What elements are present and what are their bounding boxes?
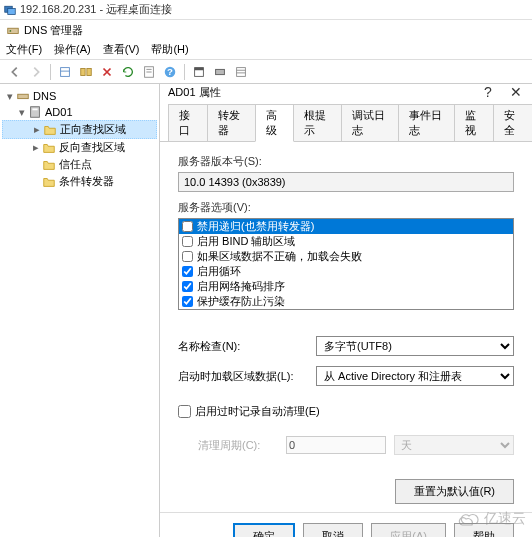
tab-debug[interactable]: 调试日志 <box>341 104 399 141</box>
tb-btn-5[interactable] <box>190 63 208 81</box>
option-checkbox[interactable] <box>182 266 193 277</box>
toolbar: ? <box>0 60 532 84</box>
tb-btn-props[interactable] <box>140 63 158 81</box>
svg-rect-1 <box>8 8 16 14</box>
expander-icon[interactable]: ▾ <box>16 106 28 119</box>
menu-file[interactable]: 文件(F) <box>6 42 42 57</box>
option-label: 保护缓存防止污染 <box>197 294 285 309</box>
tab-hints[interactable]: 根提示 <box>293 104 342 141</box>
app-header: DNS 管理器 <box>0 20 532 40</box>
tb-btn-2[interactable] <box>77 63 95 81</box>
cleanup-period-label: 清理周期(C): <box>198 438 278 453</box>
apply-button[interactable]: 应用(A) <box>371 523 446 537</box>
nav-fwd-button[interactable] <box>27 63 45 81</box>
tab-strip: 接口 转发器 高级 根提示 调试日志 事件日志 监视 安全 <box>160 104 532 142</box>
tree-server[interactable]: ▾ AD01 <box>2 104 157 120</box>
tb-btn-refresh[interactable] <box>119 63 137 81</box>
expander-icon[interactable]: ▸ <box>31 123 43 136</box>
auto-cleanup-label: 启用过时记录自动清理(E) <box>195 404 320 419</box>
menu-view[interactable]: 查看(V) <box>103 42 140 57</box>
tab-event[interactable]: 事件日志 <box>398 104 456 141</box>
dialog-title: AD01 属性 <box>168 85 221 100</box>
separator <box>50 64 51 80</box>
tree-label: DNS <box>33 90 56 102</box>
svg-point-3 <box>10 30 12 32</box>
dns-icon <box>16 89 30 103</box>
list-item[interactable]: 禁用递归(也禁用转发器) <box>179 219 513 234</box>
expander-icon[interactable]: ▾ <box>4 90 16 103</box>
list-item[interactable]: 启用循环 <box>179 264 513 279</box>
cloud-icon <box>457 507 481 531</box>
list-item[interactable]: 启用网络掩码排序 <box>179 279 513 294</box>
folder-icon <box>42 175 56 189</box>
option-label: 如果区域数据不正确，加载会失败 <box>197 249 362 264</box>
tree-trust[interactable]: 信任点 <box>2 156 157 173</box>
tree-cond-fwd[interactable]: 条件转发器 <box>2 173 157 190</box>
ok-button[interactable]: 确定 <box>233 523 295 537</box>
tree-fwd-zone[interactable]: ▸ 正向查找区域 <box>2 120 157 139</box>
folder-icon <box>42 141 56 155</box>
option-label: 启用 BIND 辅助区域 <box>197 234 295 249</box>
options-listbox[interactable]: 禁用递归(也禁用转发器) 启用 BIND 辅助区域 如果区域数据不正确，加载会失… <box>178 218 514 310</box>
menu-bar: 文件(F) 操作(A) 查看(V) 帮助(H) <box>0 40 532 60</box>
folder-icon <box>43 123 57 137</box>
list-item[interactable]: 如果区域数据不正确，加载会失败 <box>179 249 513 264</box>
cancel-button[interactable]: 取消 <box>303 523 363 537</box>
svg-rect-2 <box>8 28 19 33</box>
tb-btn-delete[interactable] <box>98 63 116 81</box>
tree-label: 反向查找区域 <box>59 140 125 155</box>
tb-btn-6[interactable] <box>211 63 229 81</box>
name-check-select[interactable]: 多字节(UTF8) <box>316 336 514 356</box>
load-zone-row: 启动时加载区域数据(L): 从 Active Directory 和注册表 <box>178 366 514 386</box>
version-label: 服务器版本号(S): <box>178 154 514 169</box>
option-checkbox[interactable] <box>182 251 193 262</box>
tb-btn-help[interactable]: ? <box>161 63 179 81</box>
option-checkbox[interactable] <box>182 236 193 247</box>
load-zone-select[interactable]: 从 Active Directory 和注册表 <box>316 366 514 386</box>
load-zone-label: 启动时加载区域数据(L): <box>178 369 308 384</box>
option-checkbox[interactable] <box>182 221 193 232</box>
dialog-help-button[interactable]: ? <box>480 84 496 100</box>
dns-manager-icon <box>6 23 20 37</box>
svg-rect-19 <box>18 94 29 98</box>
tab-forwarders[interactable]: 转发器 <box>207 104 256 141</box>
tab-content: 服务器版本号(S): 服务器选项(V): 禁用递归(也禁用转发器) 启用 BIN… <box>160 142 532 512</box>
tb-btn-7[interactable] <box>232 63 250 81</box>
cleanup-period-row: 清理周期(C): 天 <box>178 435 514 455</box>
reset-row: 重置为默认值(R) <box>178 479 514 504</box>
reset-defaults-button[interactable]: 重置为默认值(R) <box>395 479 514 504</box>
nav-back-button[interactable] <box>6 63 24 81</box>
tree-label: 信任点 <box>59 157 92 172</box>
cleanup-period-input <box>286 436 386 454</box>
svg-rect-20 <box>31 107 40 118</box>
properties-dialog: AD01 属性 ? ✕ 接口 转发器 高级 根提示 调试日志 事件日志 监视 安… <box>160 84 532 537</box>
name-check-label: 名称检查(N): <box>178 339 308 354</box>
server-icon <box>28 105 42 119</box>
tree-panel: ▾ DNS ▾ AD01 ▸ 正向查找区域 ▸ 反向查找区域 信任点 条件转 <box>0 84 160 537</box>
expander-blank <box>30 159 42 171</box>
option-checkbox[interactable] <box>182 296 193 307</box>
tab-monitor[interactable]: 监视 <box>454 104 494 141</box>
tree-root-dns[interactable]: ▾ DNS <box>2 88 157 104</box>
option-label: 禁用递归(也禁用转发器) <box>197 219 314 234</box>
dialog-close-button[interactable]: ✕ <box>508 84 524 100</box>
auto-cleanup-checkbox[interactable] <box>178 405 191 418</box>
tab-security[interactable]: 安全 <box>493 104 532 141</box>
tab-interface[interactable]: 接口 <box>168 104 208 141</box>
tab-advanced[interactable]: 高级 <box>255 104 295 142</box>
tree-rev-zone[interactable]: ▸ 反向查找区域 <box>2 139 157 156</box>
option-checkbox[interactable] <box>182 281 193 292</box>
cleanup-unit-select: 天 <box>394 435 514 455</box>
window-titlebar: 192.168.20.231 - 远程桌面连接 <box>0 0 532 20</box>
tree-label: 正向查找区域 <box>60 122 126 137</box>
svg-rect-16 <box>237 67 246 76</box>
svg-rect-4 <box>61 67 70 76</box>
menu-help[interactable]: 帮助(H) <box>151 42 188 57</box>
expander-icon[interactable]: ▸ <box>30 141 42 154</box>
menu-action[interactable]: 操作(A) <box>54 42 91 57</box>
list-item[interactable]: 启用 BIND 辅助区域 <box>179 234 513 249</box>
svg-rect-21 <box>32 109 37 111</box>
auto-cleanup-row: 启用过时记录自动清理(E) <box>178 404 514 419</box>
list-item[interactable]: 保护缓存防止污染 <box>179 294 513 309</box>
tb-btn-1[interactable] <box>56 63 74 81</box>
